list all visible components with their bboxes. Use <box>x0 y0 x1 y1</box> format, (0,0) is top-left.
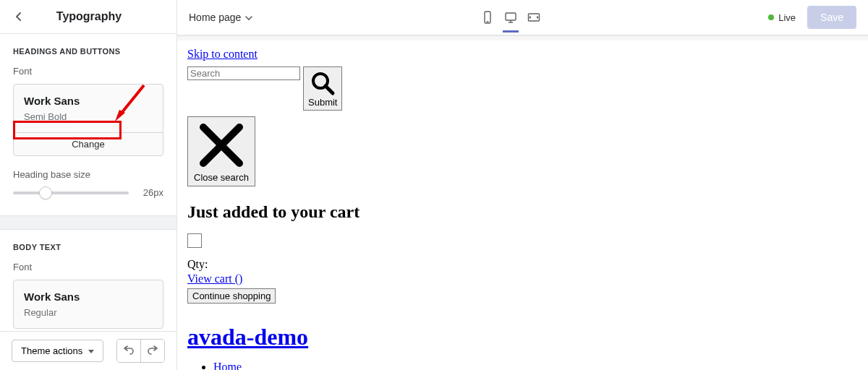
cart-thumbnail-placeholder <box>187 233 202 248</box>
body-font-weight: Regular <box>24 307 153 318</box>
continue-shopping-button[interactable]: Continue shopping <box>187 288 276 304</box>
main: Home page Live <box>177 0 868 370</box>
sidebar-header: Typography <box>0 0 176 34</box>
nav-item-home: Home <box>213 361 858 370</box>
qty-label: Qty: <box>187 258 858 271</box>
theme-actions-button[interactable]: Theme actions <box>12 340 103 362</box>
submit-label: Submit <box>308 97 337 108</box>
page-selector[interactable]: Home page <box>189 12 252 23</box>
desktop-viewport-icon[interactable] <box>504 11 517 24</box>
chevron-down-icon <box>245 12 252 23</box>
section-label-headings: HEADINGS AND BUTTONS <box>13 47 163 56</box>
nav-list: Home Catalog <box>187 361 858 370</box>
svg-line-9 <box>326 86 333 93</box>
sidebar-scroll[interactable]: HEADINGS AND BUTTONS Font Work Sans Semi… <box>0 34 176 331</box>
mobile-viewport-icon[interactable] <box>481 11 494 24</box>
close-search-button[interactable]: Close search <box>187 116 255 186</box>
viewport-toggle <box>481 11 540 24</box>
heading-base-size-slider[interactable]: 26px <box>13 187 163 198</box>
section-divider <box>0 215 176 230</box>
view-cart-link[interactable]: View cart () <box>187 272 242 285</box>
live-label: Live <box>778 12 796 23</box>
svg-rect-4 <box>506 13 516 20</box>
font-card-body: Work Sans Regular <box>13 280 163 329</box>
close-search-label: Close search <box>194 172 249 183</box>
store-name-link[interactable]: avada-demo <box>187 324 308 350</box>
sidebar-title: Typography <box>35 10 143 23</box>
store-name: avada-demo <box>187 324 858 350</box>
cart-heading: Just added to your cart <box>187 202 858 222</box>
back-icon[interactable] <box>13 11 25 22</box>
slider-thumb[interactable] <box>39 186 52 199</box>
headings-font-weight: Semi Bold <box>24 111 153 122</box>
close-icon <box>196 120 247 171</box>
heading-base-size-label: Heading base size <box>13 169 163 180</box>
section-label-body: BODY TEXT <box>13 243 163 251</box>
fullwidth-viewport-icon[interactable] <box>527 11 540 24</box>
live-dot-icon <box>768 14 774 20</box>
font-label-headings: Font <box>13 66 163 77</box>
undo-button[interactable] <box>117 340 140 362</box>
page-selector-label: Home page <box>189 12 241 23</box>
save-button[interactable]: Save <box>807 6 856 29</box>
slider-track[interactable] <box>13 192 129 194</box>
caret-down-icon <box>88 345 94 356</box>
preview-frame: Skip to content Submit Close <box>177 40 868 370</box>
headings-font-name: Work Sans <box>24 95 153 107</box>
search-icon <box>308 70 337 96</box>
sidebar-footer: Theme actions <box>0 331 176 370</box>
preview-scroller[interactable]: Skip to content Submit Close <box>177 36 868 370</box>
redo-button[interactable] <box>140 340 164 362</box>
skip-to-content-link[interactable]: Skip to content <box>187 48 258 61</box>
body-font-name: Work Sans <box>24 291 153 303</box>
search-submit-button[interactable]: Submit <box>303 66 342 111</box>
nav-link-home[interactable]: Home <box>213 361 242 370</box>
slider-value: 26px <box>137 187 163 198</box>
preview-area: Skip to content Submit Close <box>177 36 868 370</box>
theme-actions-label: Theme actions <box>21 345 82 356</box>
live-indicator: Live <box>768 12 796 23</box>
topbar: Home page Live <box>177 0 868 36</box>
change-font-button[interactable]: Change <box>14 133 163 155</box>
sidebar: Typography HEADINGS AND BUTTONS Font Wor… <box>0 0 177 370</box>
font-label-body: Font <box>13 262 163 272</box>
search-input[interactable] <box>187 66 300 80</box>
font-card-headings: Work Sans Semi Bold Change <box>13 84 163 156</box>
undo-redo-group <box>116 339 165 363</box>
